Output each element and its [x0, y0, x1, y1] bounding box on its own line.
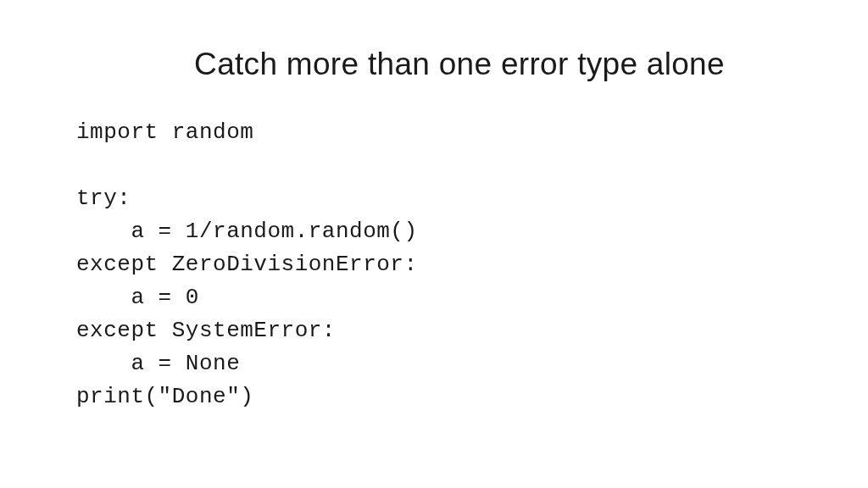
slide-title: Catch more than one error type alone	[76, 47, 792, 82]
code-block: import random try: a = 1/random.random()…	[76, 116, 792, 413]
